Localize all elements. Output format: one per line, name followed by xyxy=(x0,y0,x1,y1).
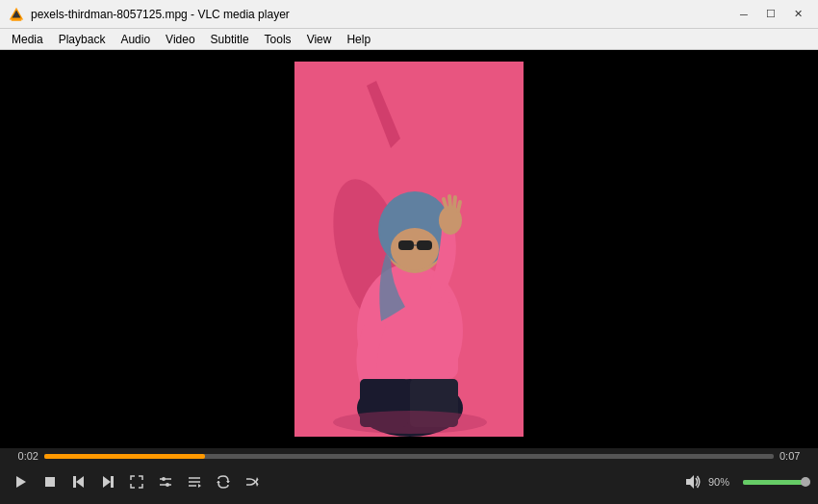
menu-playback[interactable]: Playback xyxy=(51,29,114,49)
svg-marker-37 xyxy=(198,484,201,488)
svg-point-23 xyxy=(333,411,487,434)
vlc-logo xyxy=(8,6,25,23)
svg-rect-25 xyxy=(45,477,55,487)
menu-audio[interactable]: Audio xyxy=(113,29,158,49)
prev-icon xyxy=(71,474,87,490)
time-total: 0:07 xyxy=(780,450,810,462)
svg-rect-2 xyxy=(12,19,22,21)
menu-subtitle[interactable]: Subtitle xyxy=(203,29,257,49)
video-area xyxy=(0,50,818,448)
stop-icon xyxy=(42,474,58,490)
controls-area: 0:02 0:07 xyxy=(0,448,818,504)
menu-video[interactable]: Video xyxy=(158,29,202,49)
next-icon xyxy=(100,474,115,490)
next-button[interactable] xyxy=(94,468,121,495)
time-current: 0:02 xyxy=(8,450,38,462)
window-title: pexels-thirdman-8057125.mpg - VLC media … xyxy=(31,8,729,21)
svg-marker-38 xyxy=(226,481,230,483)
volume-knob xyxy=(801,477,810,487)
volume-percentage: 90% xyxy=(708,476,739,488)
video-frame xyxy=(294,62,524,437)
fullscreen-icon xyxy=(129,474,144,490)
svg-rect-27 xyxy=(73,476,76,488)
menu-view[interactable]: View xyxy=(299,29,340,49)
title-bar: pexels-thirdman-8057125.mpg - VLC media … xyxy=(0,0,818,29)
svg-line-22 xyxy=(458,202,460,211)
svg-rect-29 xyxy=(111,476,114,488)
volume-button[interactable] xyxy=(681,468,704,495)
svg-marker-26 xyxy=(76,476,84,488)
volume-fill xyxy=(743,480,804,485)
bottom-controls: 90% xyxy=(0,464,818,500)
minimize-button[interactable]: ─ xyxy=(731,5,756,24)
playlist-button[interactable] xyxy=(181,468,208,495)
volume-icon xyxy=(684,473,702,491)
loop-icon xyxy=(216,474,231,490)
loop-button[interactable] xyxy=(210,468,237,495)
close-button[interactable]: ✕ xyxy=(785,5,810,24)
maximize-button[interactable]: ☐ xyxy=(758,5,783,24)
playlist-icon xyxy=(187,474,202,490)
svg-line-20 xyxy=(449,196,450,207)
svg-rect-12 xyxy=(398,240,414,250)
menu-bar: Media Playback Audio Video Subtitle Tool… xyxy=(0,29,818,50)
menu-help[interactable]: Help xyxy=(339,29,378,49)
volume-track[interactable] xyxy=(743,480,810,485)
extended-settings-button[interactable] xyxy=(152,468,179,495)
svg-line-21 xyxy=(454,197,455,208)
svg-marker-28 xyxy=(103,476,111,488)
prev-button[interactable] xyxy=(65,468,92,495)
menu-tools[interactable]: Tools xyxy=(257,29,299,49)
progress-fill xyxy=(44,454,205,459)
svg-point-11 xyxy=(391,228,439,270)
progress-bar-container: 0:02 0:07 xyxy=(0,448,818,464)
svg-point-31 xyxy=(162,477,166,481)
fullscreen-button[interactable] xyxy=(123,468,150,495)
svg-rect-13 xyxy=(417,240,432,250)
svg-marker-39 xyxy=(217,481,220,483)
sliders-icon xyxy=(158,474,173,490)
svg-marker-24 xyxy=(16,476,26,488)
volume-area: 90% xyxy=(681,468,810,495)
video-content xyxy=(294,62,524,437)
menu-media[interactable]: Media xyxy=(4,29,51,49)
play-icon xyxy=(13,474,29,490)
svg-point-33 xyxy=(166,483,169,487)
progress-track[interactable] xyxy=(44,454,774,459)
random-icon xyxy=(244,474,260,490)
stop-button[interactable] xyxy=(37,468,64,495)
svg-marker-44 xyxy=(686,475,694,489)
random-button[interactable] xyxy=(239,468,266,495)
play-pause-button[interactable] xyxy=(8,468,35,495)
